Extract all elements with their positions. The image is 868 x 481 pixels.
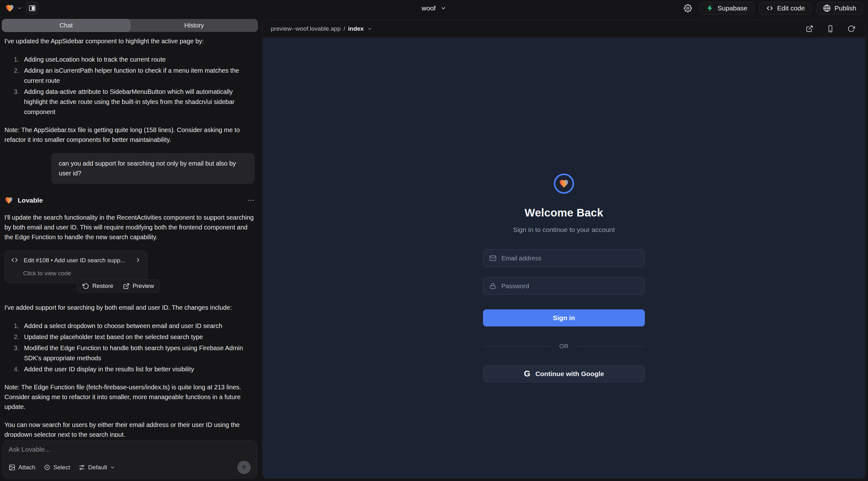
edit-actions: Restore Preview <box>76 279 160 293</box>
attach-image-icon <box>8 464 16 471</box>
restore-label: Restore <box>92 283 114 289</box>
send-button[interactable] <box>238 461 251 474</box>
ellipsis-icon <box>247 197 255 204</box>
assistant-list: Adding useLocation hook to track the cur… <box>4 54 255 117</box>
mail-icon <box>489 254 497 262</box>
supabase-label: Supabase <box>717 4 748 12</box>
assistant-list: Added a select dropdown to choose betwee… <box>4 321 255 374</box>
external-link-icon <box>123 283 130 289</box>
google-g-icon: G <box>524 369 530 379</box>
edit-card[interactable]: Edit #108 • Add user ID search supp... C… <box>4 250 147 284</box>
assistant-message-intro: I've updated the AppSidebar component to… <box>4 36 255 46</box>
sliders-icon <box>79 464 85 471</box>
preview-panel: preview--woof.lovable.app / index <box>262 20 865 478</box>
edit-code-label: Edit code <box>777 4 805 12</box>
globe-icon <box>823 4 831 12</box>
divider-line <box>577 346 645 347</box>
restore-button[interactable]: Restore <box>83 283 114 289</box>
email-field[interactable] <box>483 249 645 267</box>
password-input[interactable] <box>501 283 639 290</box>
gear-icon <box>684 4 692 12</box>
preview-viewport: Welcome Back Sign in to continue to your… <box>263 38 865 478</box>
code-icon <box>10 256 19 264</box>
signin-submit-button[interactable]: Sign in <box>483 310 645 326</box>
chevron-right-icon <box>135 257 141 263</box>
signin-card: Welcome Back Sign in to continue to your… <box>483 173 645 382</box>
list-item: Adding an isCurrentPath helper function … <box>21 65 255 86</box>
attach-button[interactable]: Attach <box>8 464 35 471</box>
publish-label: Publish <box>835 4 856 12</box>
sidebar-toggle-button[interactable] <box>26 2 38 14</box>
edit-subtitle: Click to view code <box>23 269 141 278</box>
select-label: Select <box>54 464 70 471</box>
or-label: OR <box>559 343 569 350</box>
lovable-heart-icon <box>5 4 14 13</box>
open-in-new-tab-button[interactable] <box>804 23 815 34</box>
google-signin-label: Continue with Google <box>535 370 604 378</box>
message-options-button[interactable] <box>247 197 255 204</box>
preview-domain: preview--woof.lovable.app <box>271 25 341 32</box>
chevron-down-icon <box>17 6 22 11</box>
signin-subtitle: Sign in to continue to your account <box>513 226 615 233</box>
mode-selector[interactable]: Default <box>79 464 115 471</box>
list-item: Added the user ID display in the results… <box>21 364 255 374</box>
tab-chat[interactable]: Chat <box>2 19 130 32</box>
preview-topbar: preview--woof.lovable.app / index <box>263 20 865 38</box>
supabase-icon <box>706 4 714 12</box>
external-link-icon <box>806 25 813 33</box>
preview-url-selector[interactable]: preview--woof.lovable.app / index <box>271 25 372 32</box>
app-topbar: woof Supabase Edit code <box>0 0 868 17</box>
smartphone-icon <box>827 25 834 33</box>
chat-history-tabs: Chat History <box>2 19 258 32</box>
list-item: Updated the placeholder text based on th… <box>21 332 255 342</box>
divider-line <box>483 346 551 347</box>
panel-layout-icon <box>28 4 36 12</box>
preview-page: index <box>348 25 364 32</box>
edit-title: Edit #108 • Add user ID search supp... <box>24 256 125 265</box>
chevron-down-icon <box>367 27 372 31</box>
or-divider: OR <box>483 343 645 350</box>
list-item: Added a select dropdown to choose betwee… <box>21 321 255 331</box>
lovable-heart-icon <box>4 196 13 204</box>
app-logo <box>554 173 574 194</box>
preview-label: Preview <box>133 283 154 289</box>
supabase-button[interactable]: Supabase <box>700 2 754 15</box>
chat-input[interactable] <box>8 446 251 453</box>
code-icon <box>766 4 774 12</box>
mobile-view-button[interactable] <box>825 23 836 34</box>
edit-block: Edit #108 • Add user ID search supp... C… <box>4 250 255 293</box>
publish-button[interactable]: Publish <box>816 2 863 15</box>
edit-code-button[interactable]: Edit code <box>759 2 812 15</box>
settings-button[interactable] <box>681 2 694 15</box>
list-item: Modified the Edge Function to handle bot… <box>21 343 255 363</box>
select-element-button[interactable]: Select <box>43 464 70 471</box>
chat-panel: Chat History I've updated the AppSidebar… <box>0 17 260 481</box>
lovable-logo-menu[interactable] <box>5 4 22 13</box>
tab-history[interactable]: History <box>130 19 258 32</box>
list-item: Adding useLocation hook to track the cur… <box>21 54 255 64</box>
list-item: Adding data-active attribute to SidebarM… <box>21 87 255 117</box>
restore-icon <box>83 283 89 289</box>
chevron-down-icon <box>441 5 446 11</box>
chevron-down-icon <box>110 465 115 470</box>
project-name: woof <box>422 4 436 12</box>
google-signin-button[interactable]: G Continue with Google <box>483 365 645 382</box>
arrow-up-icon <box>241 464 248 471</box>
email-input[interactable] <box>501 255 639 262</box>
assistant-summary: I've added support for searching by both… <box>4 303 255 313</box>
refresh-button[interactable] <box>845 23 857 34</box>
attach-label: Attach <box>18 464 35 471</box>
assistant-outro: You can now search for users by either t… <box>4 420 255 437</box>
heart-icon <box>559 179 569 189</box>
assistant-note: Note: The Edge Function file (fetch-fire… <box>4 382 255 412</box>
chat-composer: Attach Select Default <box>2 440 257 478</box>
assistant-name: Lovable <box>18 195 43 206</box>
preview-button[interactable]: Preview <box>123 283 154 289</box>
user-message-bubble: can you add support for searching not on… <box>51 153 255 184</box>
assistant-header: Lovable <box>4 195 255 206</box>
target-icon <box>43 464 51 471</box>
refresh-icon <box>847 25 855 33</box>
password-field[interactable] <box>483 277 645 295</box>
project-switcher[interactable]: woof <box>422 4 446 12</box>
mode-label: Default <box>88 464 107 471</box>
